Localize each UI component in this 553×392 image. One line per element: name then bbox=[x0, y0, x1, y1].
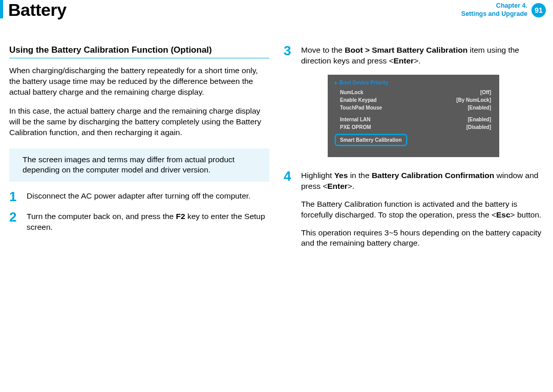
bios-key: PXE OPROM bbox=[340, 124, 371, 130]
step-number: 3 bbox=[284, 44, 301, 57]
page-number-badge: 91 bbox=[531, 3, 546, 17]
step-1: 1 Disconnect the AC power adapter after … bbox=[9, 191, 269, 203]
key-label: F2 bbox=[176, 212, 185, 221]
bios-key: Internal LAN bbox=[340, 117, 370, 122]
bios-value: [Off] bbox=[480, 90, 491, 95]
bios-value: [Enabled] bbox=[467, 105, 491, 111]
bios-value: [By NumLock] bbox=[456, 97, 491, 103]
step-number: 4 bbox=[284, 169, 301, 183]
text-run: Move to the bbox=[301, 46, 345, 54]
text-run: >. bbox=[348, 182, 354, 190]
page-title: Battery bbox=[8, 0, 67, 20]
note-box: The screen images and terms may differ f… bbox=[9, 148, 269, 182]
step-text: Turn the computer back on, and press the… bbox=[27, 211, 269, 233]
bios-screenshot: Boot Device Priority NumLock[Off]Enable … bbox=[328, 75, 499, 157]
step-2: 2 Turn the computer back on, and press t… bbox=[9, 211, 269, 233]
bios-row: TouchPad Mouse[Enabled] bbox=[328, 104, 499, 112]
chapter-subtitle: Settings and Upgrade bbox=[461, 10, 527, 18]
left-column: Using the Battery Calibration Function (… bbox=[9, 45, 269, 264]
step-number: 1 bbox=[9, 190, 27, 203]
text-run: The Battery Calibration function is acti… bbox=[301, 200, 517, 219]
bios-section-header: Boot Device Priority bbox=[328, 75, 499, 89]
bios-highlighted-item: Smart Battery Calibration bbox=[335, 134, 407, 146]
key-label: Yes bbox=[334, 171, 348, 180]
step-text: Move to the Boot > Smart Battery Calibra… bbox=[301, 45, 544, 67]
text-run: in the bbox=[348, 171, 372, 180]
right-column: 3 Move to the Boot > Smart Battery Calib… bbox=[284, 45, 544, 264]
bios-row: Enable Keypad[By NumLock] bbox=[328, 96, 499, 104]
key-label: Enter bbox=[327, 182, 348, 190]
key-label: Esc bbox=[496, 210, 511, 219]
step-4: 4 Highlight Yes in the Battery Calibrati… bbox=[284, 170, 544, 256]
accent-side-bar bbox=[0, 0, 3, 18]
chapter-label: Chapter 4. bbox=[461, 2, 527, 10]
text-run: Turn the computer back on, and press the bbox=[27, 212, 176, 221]
bios-row: PXE OPROM[Disabled] bbox=[328, 123, 499, 131]
dialog-name: Battery Calibration Confirmation bbox=[372, 171, 494, 180]
step-3: 3 Move to the Boot > Smart Battery Calib… bbox=[284, 45, 544, 67]
chapter-block: Chapter 4. Settings and Upgrade 91 bbox=[461, 2, 546, 18]
step-number: 2 bbox=[9, 210, 27, 224]
bios-key: TouchPad Mouse bbox=[340, 105, 382, 111]
text-run: > button. bbox=[511, 210, 542, 219]
bios-row: NumLock[Off] bbox=[328, 89, 499, 96]
menu-path: Boot > Smart Battery Calibration bbox=[345, 46, 467, 54]
bios-row: Internal LAN[Enabled] bbox=[328, 116, 499, 123]
section-heading: Using the Battery Calibration Function (… bbox=[9, 45, 269, 58]
key-label: Enter bbox=[394, 56, 414, 65]
intro-paragraph-2: In this case, the actual battery charge … bbox=[9, 106, 269, 138]
text-run: >. bbox=[414, 56, 420, 65]
step-text: Highlight Yes in the Battery Calibration… bbox=[301, 170, 544, 256]
bios-key: Enable Keypad bbox=[340, 97, 377, 103]
text-run: Highlight bbox=[301, 171, 334, 180]
bios-value: [Enabled] bbox=[467, 117, 491, 122]
bios-value: [Disabled] bbox=[466, 124, 491, 130]
intro-paragraph-1: When charging/discharging the battery re… bbox=[9, 66, 269, 98]
step-text: Disconnect the AC power adapter after tu… bbox=[27, 191, 250, 202]
bios-key: NumLock bbox=[340, 90, 364, 95]
text-run: This operation requires 3~5 hours depend… bbox=[301, 228, 544, 249]
